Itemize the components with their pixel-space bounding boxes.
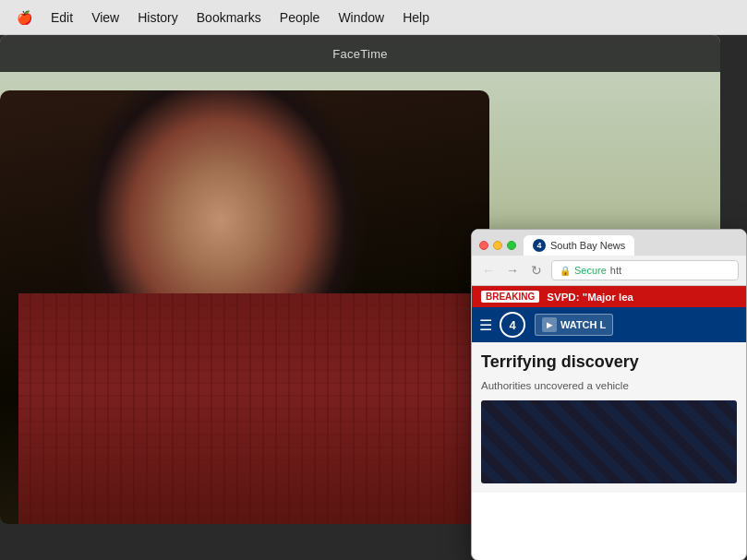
menu-help[interactable]: Help (393, 6, 439, 29)
browser-tab[interactable]: 4 South Bay News (524, 235, 634, 256)
back-button[interactable]: ← (479, 261, 498, 280)
menu-history[interactable]: History (128, 6, 187, 29)
menu-people[interactable]: People (271, 6, 330, 29)
traffic-lights (479, 241, 516, 250)
breaking-text: SVPD: "Major lea (547, 292, 633, 303)
address-field[interactable]: 🔒 Secure htt (551, 260, 739, 280)
lock-icon: 🔒 (560, 266, 571, 276)
menu-edit[interactable]: Edit (42, 6, 82, 29)
play-icon: ▶ (542, 317, 557, 332)
menubar: 🍎 Edit View History Bookmarks People Win… (0, 0, 747, 35)
browser-tab-bar: 4 South Bay News (472, 230, 746, 256)
breaking-news-banner: BREAKING SVPD: "Major lea (472, 286, 746, 307)
breaking-label: BREAKING (481, 291, 539, 303)
facetime-titlebar: FaceTime (0, 35, 720, 72)
url-text: htt (610, 265, 621, 276)
browser-address-bar: ← → ↻ 🔒 Secure htt (472, 256, 746, 285)
maximize-button[interactable] (507, 241, 516, 250)
browser-window[interactable]: 4 South Bay News ← → ↻ 🔒 Secure htt BREA… (471, 229, 747, 560)
channel-nav-bar: ☰ 4 ▶ WATCH L (472, 307, 746, 342)
browser-chrome: 4 South Bay News ← → ↻ 🔒 Secure htt (472, 230, 746, 286)
news-subtext: Authorities uncovered a vehicle (481, 378, 737, 393)
facetime-title: FaceTime (332, 47, 388, 61)
apple-menu[interactable]: 🍎 (7, 6, 42, 29)
close-button[interactable] (479, 241, 488, 250)
watch-live-label: WATCH L (560, 319, 606, 330)
menu-window[interactable]: Window (329, 6, 393, 29)
news-image (481, 400, 737, 483)
menu-view[interactable]: View (82, 6, 128, 29)
main-area: FaceTime 4 South Bay News (0, 35, 747, 560)
facetime-shirt (18, 293, 480, 524)
reload-button[interactable]: ↻ (527, 261, 546, 280)
tab-title: South Bay News (550, 240, 625, 251)
news-image-inner (481, 400, 737, 483)
news-content: Terrifying discovery Authorities uncover… (472, 342, 746, 493)
menu-bookmarks[interactable]: Bookmarks (187, 6, 271, 29)
news-headline[interactable]: Terrifying discovery (481, 351, 737, 373)
watch-live-button[interactable]: ▶ WATCH L (535, 314, 613, 336)
channel-logo: 4 (500, 312, 525, 338)
minimize-button[interactable] (493, 241, 502, 250)
forward-button[interactable]: → (503, 261, 522, 280)
hamburger-icon[interactable]: ☰ (479, 316, 492, 334)
secure-label: Secure (574, 265, 607, 276)
tab-favicon: 4 (533, 239, 546, 252)
